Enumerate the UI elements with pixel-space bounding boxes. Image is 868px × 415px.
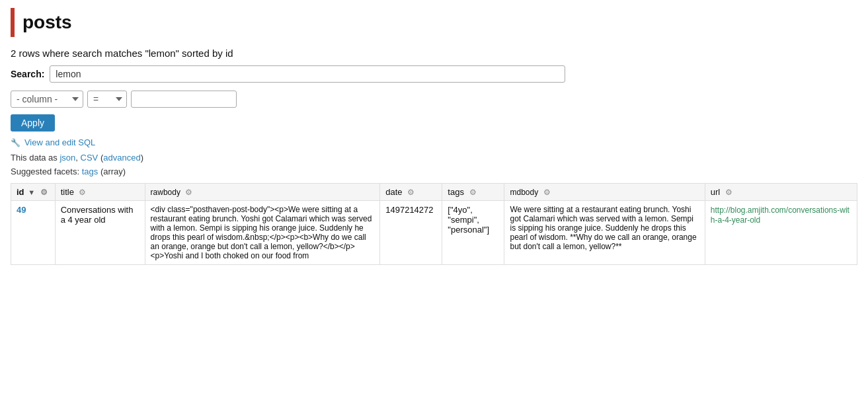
data-export-prefix: This data as <box>11 153 58 163</box>
col-header-date: date ⚙ <box>380 184 442 201</box>
filter-value-input[interactable] <box>131 91 237 108</box>
search-row: Search: <box>11 65 857 83</box>
rawbody-text: <div class="posthaven-post-body"><p>We w… <box>151 205 372 260</box>
column-select[interactable]: - column - <box>11 91 83 108</box>
data-export-row: This data as json, CSV (advanced) <box>11 153 857 163</box>
url-link[interactable]: http://blog.amjith.com/conversations-wit… <box>711 206 849 225</box>
search-input[interactable] <box>50 65 565 83</box>
col-header-rawbody: rawbody ⚙ <box>145 184 380 201</box>
operator-select[interactable]: = <box>87 91 127 108</box>
table-body: 49 Conversations with a 4 year old <div … <box>11 201 857 265</box>
results-subtitle: 2 rows where search matches "lemon" sort… <box>11 48 857 59</box>
col-settings-id-icon[interactable]: ⚙ <box>40 188 48 197</box>
advanced-export-link[interactable]: advanced <box>103 153 140 163</box>
col-settings-mdbody-icon[interactable]: ⚙ <box>543 188 551 197</box>
cell-title: Conversations with a 4 year old <box>55 201 145 265</box>
table-row: 49 Conversations with a 4 year old <div … <box>11 201 857 265</box>
table-header: id ▼ ⚙ title ⚙ rawbody ⚙ date ⚙ tags <box>11 184 857 201</box>
cell-tags: ["4yo", "sempi", "personal"] <box>442 201 504 265</box>
sql-link-row: 🔧 View and edit SQL <box>11 137 857 147</box>
col-settings-tags-icon[interactable]: ⚙ <box>469 188 477 197</box>
id-value: 49 <box>17 205 26 215</box>
col-settings-title-icon[interactable]: ⚙ <box>79 188 86 197</box>
csv-export-link[interactable]: CSV <box>81 153 99 163</box>
tags-facet-link[interactable]: tags <box>82 167 99 176</box>
cell-rawbody: <div class="posthaven-post-body"><p>We w… <box>145 201 380 265</box>
view-edit-sql-link[interactable]: View and edit SQL <box>24 137 95 147</box>
data-table: id ▼ ⚙ title ⚙ rawbody ⚙ date ⚙ tags <box>11 183 857 265</box>
wrench-icon: 🔧 <box>11 138 20 147</box>
col-header-title: title ⚙ <box>55 184 145 201</box>
apply-button-row: Apply <box>11 114 857 137</box>
content-area: 2 rows where search matches "lemon" sort… <box>0 42 868 270</box>
page-title: posts <box>22 12 72 33</box>
search-label: Search: <box>11 69 44 79</box>
json-export-link[interactable]: json <box>59 153 75 163</box>
filter-row: - column - = <box>11 91 857 108</box>
cell-url: http://blog.amjith.com/conversations-wit… <box>705 201 857 265</box>
col-settings-url-icon[interactable]: ⚙ <box>725 188 732 197</box>
red-bar-accent <box>11 8 15 37</box>
cell-date: 1497214272 <box>380 201 442 265</box>
col-header-tags: tags ⚙ <box>442 184 504 201</box>
col-header-mdbody: mdbody ⚙ <box>504 184 705 201</box>
tags-facet-note: (array) <box>100 167 126 176</box>
col-header-id: id ▼ ⚙ <box>11 184 56 201</box>
cell-mdbody: We were sitting at a restaurant eating b… <box>504 201 705 265</box>
page-header: posts <box>0 0 868 42</box>
col-header-url: url ⚙ <box>705 184 857 201</box>
header-row: id ▼ ⚙ title ⚙ rawbody ⚙ date ⚙ tags <box>11 184 857 201</box>
facets-prefix: Suggested facets: <box>11 167 79 176</box>
apply-button[interactable]: Apply <box>11 114 55 132</box>
col-settings-date-icon[interactable]: ⚙ <box>407 188 414 197</box>
cell-id: 49 <box>11 201 56 265</box>
col-sort-id-link[interactable]: id <box>17 187 24 197</box>
col-settings-rawbody-icon[interactable]: ⚙ <box>185 188 192 197</box>
facets-row: Suggested facets: tags (array) <box>11 167 857 176</box>
sort-arrow-icon: ▼ <box>28 188 35 196</box>
mdbody-text: We were sitting at a restaurant eating b… <box>510 205 696 251</box>
